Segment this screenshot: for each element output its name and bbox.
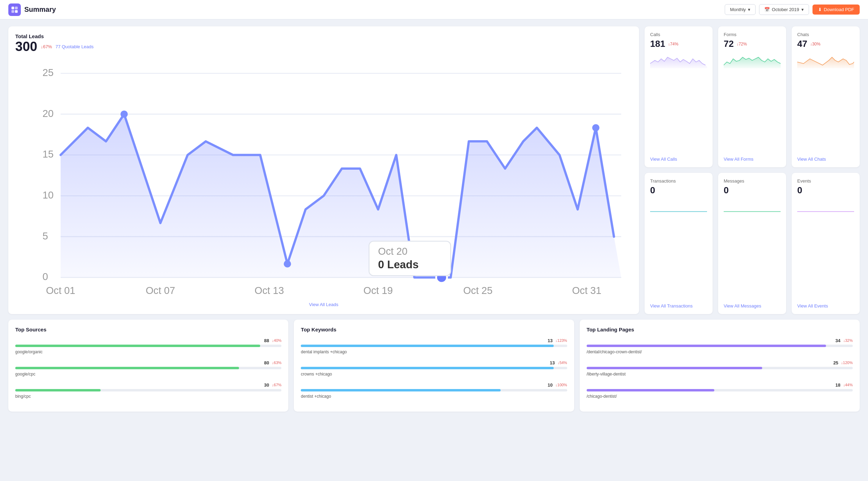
kw-count-2: 10 (548, 382, 553, 388)
leads-count: 300 (15, 39, 37, 54)
svg-text:Oct 25: Oct 25 (463, 285, 493, 296)
chats-value: 47 (797, 39, 807, 49)
kw-pct-2: ↓100% (555, 383, 567, 387)
leads-chart-wrapper: 25 20 15 10 5 0 (15, 56, 632, 297)
lp-bar-track-0 (587, 345, 853, 347)
date-picker-button[interactable]: 📅 October 2019 ▾ (759, 4, 809, 15)
calls-value: 181 (650, 39, 665, 49)
top-keywords-list: 13 ↓123% dental implants +chicago 13 ↓54… (301, 338, 567, 399)
leads-header: Total Leads 300 ↓67% 77 Quotable Leads (15, 33, 632, 54)
leads-chart: 25 20 15 10 5 0 (15, 60, 632, 296)
forms-pct: ↓72% (737, 42, 747, 47)
calls-sparkline (650, 52, 707, 69)
chats-value-row: 47 ↓30% (797, 39, 854, 49)
bar-track-2 (15, 389, 281, 391)
lp-name-2: /chicago-dentist/ (587, 394, 617, 399)
svg-rect-3 (15, 10, 18, 13)
monthly-filter-label: Monthly (730, 7, 746, 12)
chats-sparkline (797, 52, 854, 69)
events-label: Events (797, 178, 854, 184)
source-pct-0: ↓40% (272, 338, 282, 343)
download-pdf-button[interactable]: ⬇ Download PDF (812, 5, 860, 15)
top-landing-pages-card: Top Landing Pages 34 ↓32% /dental/chicag… (580, 320, 860, 412)
source-count-0: 88 (264, 338, 269, 343)
header: Summary Monthly ▾ 📅 October 2019 ▾ ⬇ Dow… (0, 0, 868, 19)
download-label: Download PDF (824, 7, 854, 12)
messages-value: 0 (724, 185, 729, 196)
svg-text:15: 15 (42, 149, 53, 160)
list-item: 30 ↓67% bing/cpc (15, 382, 281, 399)
top-sources-title: Top Sources (15, 327, 281, 332)
list-item: 10 ↓100% dentist +chicago (301, 382, 567, 399)
lp-count-2: 18 (835, 382, 840, 388)
source-name-0: google/organic (15, 349, 43, 354)
svg-text:Oct 19: Oct 19 (364, 285, 393, 296)
list-item: 34 ↓32% /dental/chicago-crown-dentist/ (587, 338, 853, 355)
view-all-forms-link[interactable]: View All Forms (724, 157, 781, 162)
lp-pct-2: ↓44% (843, 383, 853, 387)
kw-bar-fill-0 (301, 345, 554, 347)
top-sources-list: 88 ↓40% google/organic 80 ↓63% (15, 338, 281, 399)
svg-text:Oct 13: Oct 13 (255, 285, 284, 296)
top-landing-pages-title: Top Landing Pages (587, 327, 853, 332)
view-all-leads-link[interactable]: View All Leads (15, 302, 632, 307)
lp-bar-fill-1 (587, 367, 762, 369)
kw-name-2: dentist +chicago (301, 394, 331, 399)
view-all-messages-link[interactable]: View All Messages (724, 303, 781, 309)
calls-card: Calls 181 ↓74% (645, 26, 713, 167)
svg-text:0 Leads: 0 Leads (378, 259, 419, 271)
view-all-events-link[interactable]: View All Events (797, 303, 854, 309)
messages-label: Messages (724, 178, 781, 184)
transactions-value-row: 0 (650, 185, 707, 196)
forms-card: Forms 72 ↓72% (718, 26, 786, 167)
source-pct-1: ↓63% (272, 361, 282, 365)
bar-track-1 (15, 367, 281, 369)
stats-grid: Calls 181 ↓74% (645, 26, 860, 314)
list-item: 88 ↓40% google/organic (15, 338, 281, 355)
logo-area: Summary (8, 3, 56, 16)
view-all-transactions-link[interactable]: View All Transactions (650, 303, 707, 309)
forms-value-row: 72 ↓72% (724, 39, 781, 49)
svg-text:25: 25 (42, 67, 53, 78)
source-pct-2: ↓67% (272, 383, 282, 387)
events-card: Events 0 View All Events (792, 173, 860, 314)
source-name-2: bing/cpc (15, 394, 31, 399)
chats-pct: ↓30% (810, 42, 820, 47)
svg-point-16 (120, 110, 128, 118)
events-value-row: 0 (797, 185, 854, 196)
view-all-chats-link[interactable]: View All Chats (797, 157, 854, 162)
top-landing-pages-list: 34 ↓32% /dental/chicago-crown-dentist/ 2… (587, 338, 853, 399)
source-count-1: 80 (264, 360, 269, 365)
download-icon: ⬇ (818, 7, 822, 12)
top-keywords-card: Top Keywords 13 ↓123% dental implants +c… (294, 320, 574, 412)
chats-card: Chats 47 ↓30% (792, 26, 860, 167)
chevron-down-icon: ▾ (748, 7, 750, 12)
messages-sparkline (724, 199, 781, 215)
kw-bar-fill-1 (301, 367, 554, 369)
lp-name-0: /dental/chicago-crown-dentist/ (587, 349, 642, 354)
transactions-sparkline (650, 199, 707, 215)
bar-fill-0 (15, 345, 260, 347)
chevron-down-icon: ▾ (801, 7, 804, 12)
svg-rect-1 (15, 7, 18, 9)
lp-count-1: 25 (833, 360, 838, 365)
leads-pct: ↓67% (41, 44, 52, 49)
lp-pct-0: ↓32% (843, 338, 853, 343)
source-count-2: 30 (264, 382, 269, 388)
bar-track-0 (15, 345, 281, 347)
monthly-filter-button[interactable]: Monthly ▾ (725, 4, 756, 15)
lp-name-1: /liberty-village-dentist (587, 372, 626, 377)
calls-label: Calls (650, 32, 707, 37)
svg-rect-2 (11, 10, 14, 13)
lp-bar-track-2 (587, 389, 853, 391)
kw-bar-fill-2 (301, 389, 500, 391)
top-keywords-title: Top Keywords (301, 327, 567, 332)
quotable-leads-link[interactable]: 77 Quotable Leads (56, 44, 94, 49)
view-all-calls-link[interactable]: View All Calls (650, 157, 707, 162)
bar-fill-1 (15, 367, 239, 369)
calendar-icon: 📅 (764, 7, 770, 12)
list-item: 13 ↓54% crowns +chicago (301, 360, 567, 377)
events-value: 0 (797, 185, 802, 196)
kw-bar-track-1 (301, 367, 567, 369)
lp-pct-1: ↓120% (841, 361, 853, 365)
